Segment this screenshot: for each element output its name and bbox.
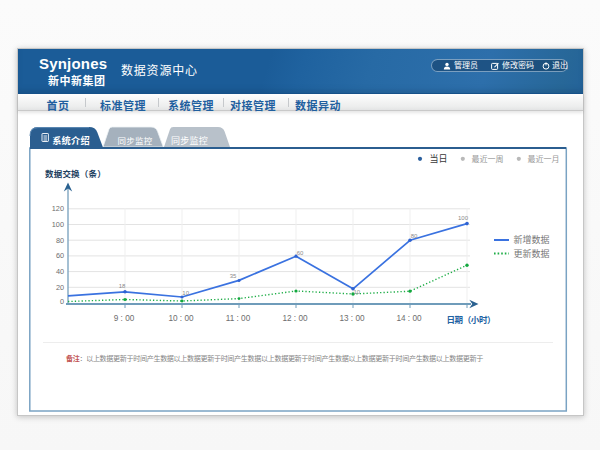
svg-text:20: 20 — [56, 283, 64, 292]
svg-text:80: 80 — [56, 236, 64, 245]
svg-text:0: 0 — [60, 297, 64, 306]
svg-text:更新数据: 更新数据 — [514, 248, 550, 259]
svg-text:10: 10 — [353, 289, 360, 295]
svg-text:35: 35 — [230, 273, 237, 279]
svg-text:当日: 当日 — [430, 153, 448, 164]
svg-text:新增数据: 新增数据 — [514, 234, 550, 245]
svg-text:11 : 00: 11 : 00 — [226, 314, 251, 323]
svg-text:100: 100 — [458, 215, 469, 221]
svg-text:9 : 00: 9 : 00 — [114, 314, 135, 323]
svg-text:数据交换（条）: 数据交换（条） — [45, 169, 106, 179]
svg-text:10 : 00: 10 : 00 — [168, 314, 193, 323]
svg-text:120: 120 — [52, 204, 64, 213]
svg-text:40: 40 — [56, 267, 64, 276]
svg-text:18: 18 — [119, 283, 126, 289]
svg-text:最近一月: 最近一月 — [528, 154, 560, 164]
svg-text:12 : 00: 12 : 00 — [282, 314, 307, 323]
svg-text:日期（小时）: 日期（小时） — [447, 315, 496, 325]
svg-text:14 : 00: 14 : 00 — [396, 314, 421, 323]
svg-text:最近一周: 最近一周 — [472, 154, 504, 164]
svg-text:80: 80 — [411, 233, 418, 239]
svg-text:60: 60 — [56, 251, 64, 260]
svg-text:13 : 00: 13 : 00 — [339, 314, 364, 323]
svg-text:100: 100 — [52, 220, 64, 229]
svg-text:10: 10 — [182, 290, 189, 296]
svg-text:60: 60 — [297, 250, 304, 256]
